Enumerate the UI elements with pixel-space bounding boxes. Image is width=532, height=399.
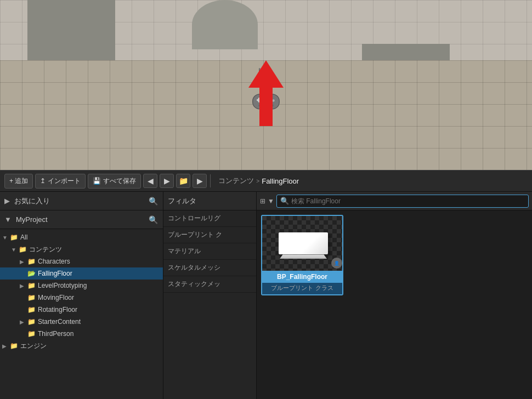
folder-icon: 📁 <box>27 330 36 338</box>
save-icon: 💾 <box>93 177 101 185</box>
tree-label: コンテンツ <box>29 245 62 254</box>
favorites-title: お気に入り <box>14 196 143 206</box>
search-input[interactable] <box>291 197 525 205</box>
3d-viewport <box>0 0 532 170</box>
import-icon: ↥ <box>40 177 46 185</box>
tree-item[interactable]: ▶📁エンジン <box>0 340 163 352</box>
tree-arrow: ▼ <box>2 235 9 241</box>
filter-item[interactable]: マテリアル <box>163 243 256 260</box>
folder-icon: 📁 <box>27 294 36 301</box>
folder-icon: 📁 <box>27 318 36 326</box>
tree-arrow: ▶ <box>20 319 26 325</box>
back-button[interactable]: ◀ <box>143 174 157 188</box>
tree-label: MovingFloor <box>38 294 74 301</box>
file-tree: ▼📁All▼📁コンテンツ▶📁Characters📂FallingFloor▶📁L… <box>0 229 163 399</box>
filter-item[interactable]: コントロールリグ <box>163 210 256 227</box>
chevron-down-icon[interactable]: ▼ <box>268 197 274 205</box>
save-all-button[interactable]: 💾 すべて保存 <box>88 174 141 189</box>
tree-label: Characters <box>38 258 70 265</box>
filter-icon[interactable]: ⊞ <box>260 197 265 205</box>
tree-label: ThirdPerson <box>38 330 73 338</box>
main-toolbar: + 追加 ↥ インポート 💾 すべて保存 ◀ ▶ 📁 ▶ コンテンツ > Fal… <box>0 170 532 192</box>
forward-button[interactable]: ▶ <box>160 174 174 188</box>
tree-label: StarterContent <box>38 318 81 326</box>
tree-item[interactable]: 📁RotatingFloor <box>0 304 163 316</box>
filter-item[interactable]: ブループリント ク <box>163 227 256 243</box>
content-panel: ⊞ ▼ 🔍 👤BP_FallingFloorブループリント クラス <box>257 192 532 399</box>
search-bar: ⊞ ▼ 🔍 <box>257 192 532 210</box>
filter-item[interactable]: スケルタルメッシ <box>163 260 256 276</box>
more-button[interactable]: ▶ <box>193 174 207 188</box>
folder-icon: 📁 <box>10 342 18 350</box>
folder-icon: 📁 <box>27 258 36 265</box>
tree-label: LevelPrototyping <box>38 282 87 289</box>
filter-title: フィルタ <box>168 196 196 206</box>
tree-item[interactable]: ▶📁Characters <box>0 255 163 267</box>
folder-icon: 📁 <box>19 246 27 253</box>
tree-item[interactable]: ▼📁All <box>0 231 163 243</box>
project-arrow[interactable]: ▼ <box>4 215 12 224</box>
breadcrumb: コンテンツ > FallingFloor <box>218 176 299 186</box>
favorites-header: ▶ お気に入り 🔍 <box>0 192 163 210</box>
tree-item[interactable]: ▶📁StarterContent <box>0 316 163 328</box>
breadcrumb-content[interactable]: コンテンツ <box>218 176 254 186</box>
tree-label: All <box>20 233 27 241</box>
folder-icon: 📁 <box>10 233 18 241</box>
tile-thumbnail: 👤 <box>262 216 343 271</box>
tree-item[interactable]: 📁MovingFloor <box>0 292 163 304</box>
tree-item[interactable]: 📂FallingFloor <box>0 267 163 280</box>
content-tile[interactable]: 👤BP_FallingFloorブループリント クラス <box>261 215 343 295</box>
tile-type: ブループリント クラス <box>262 283 342 294</box>
favorites-search-icon[interactable]: 🔍 <box>148 196 159 207</box>
toolbar-separator <box>210 174 211 187</box>
filter-panel: フィルタ コントロールリグブループリント クマテリアルスケルタルメッシスタティッ… <box>163 192 257 399</box>
folder-button[interactable]: 📁 <box>176 174 190 188</box>
bottom-panel: ▶ お気に入り 🔍 ▼ MyProject 🔍 ▼📁All▼📁コンテンツ▶📁Ch… <box>0 192 532 399</box>
project-title: MyProject <box>16 215 143 224</box>
folder-icon: 📁 <box>27 282 36 289</box>
tree-label: エンジン <box>20 341 47 351</box>
filter-header: フィルタ <box>163 192 256 210</box>
tree-label: RotatingFloor <box>38 306 77 314</box>
filter-list: コントロールリグブループリント クマテリアルスケルタルメッシスタティックメッ <box>163 210 256 293</box>
tree-arrow: ▶ <box>20 259 26 265</box>
favorites-arrow[interactable]: ▶ <box>4 197 10 205</box>
filter-item[interactable]: スタティックメッ <box>163 276 256 293</box>
viewport-box-left <box>27 0 115 60</box>
tree-item[interactable]: ▼📁コンテンツ <box>0 243 163 255</box>
breadcrumb-sep1: > <box>256 178 259 184</box>
tree-label: FallingFloor <box>38 270 72 277</box>
import-button[interactable]: ↥ インポート <box>35 174 86 189</box>
tree-arrow: ▶ <box>20 283 26 289</box>
breadcrumb-fallingfloor: FallingFloor <box>262 177 299 185</box>
add-button[interactable]: + 追加 <box>4 174 33 189</box>
project-search-icon[interactable]: 🔍 <box>148 214 159 225</box>
tile-user-icon: 👤 <box>331 258 342 269</box>
folder-icon: 📂 <box>27 270 36 277</box>
tile-box-preview <box>279 232 328 254</box>
tree-arrow: ▶ <box>2 343 9 349</box>
tree-arrow: ▼ <box>11 247 18 253</box>
project-header: ▼ MyProject 🔍 <box>0 210 163 229</box>
viewport-platform <box>362 44 450 60</box>
folder-icon: 📁 <box>27 306 36 314</box>
content-area: 👤BP_FallingFloorブループリント クラス <box>257 210 532 399</box>
search-input-wrap: 🔍 <box>276 195 529 208</box>
tree-item[interactable]: 📁ThirdPerson <box>0 328 163 340</box>
left-panel: ▶ お気に入り 🔍 ▼ MyProject 🔍 ▼📁All▼📁コンテンツ▶📁Ch… <box>0 192 163 399</box>
tile-name: BP_FallingFloor <box>262 271 342 283</box>
tree-item[interactable]: ▶📁LevelPrototyping <box>0 280 163 292</box>
search-magnify-icon: 🔍 <box>280 197 289 205</box>
viewport-cylinder <box>192 0 258 49</box>
